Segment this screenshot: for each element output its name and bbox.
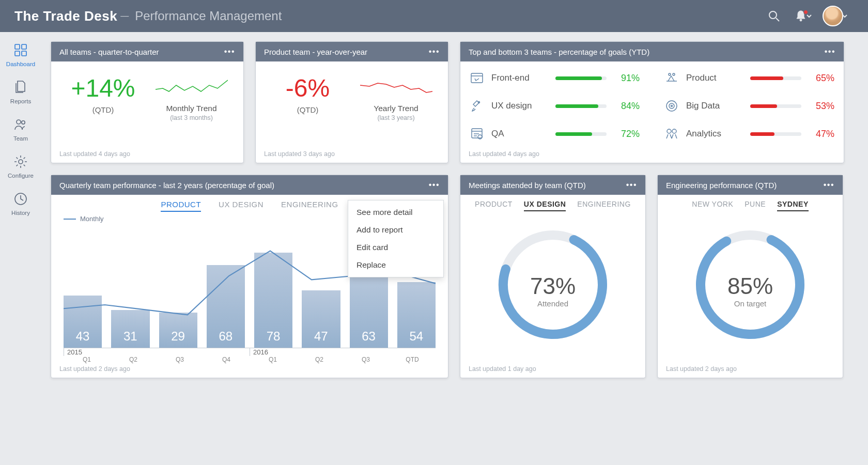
stat-value: +14% bbox=[63, 74, 144, 102]
card-more-icon[interactable]: ••• bbox=[825, 47, 835, 56]
card-product-team: Product team - year-over-year••• -6% (QT… bbox=[255, 41, 448, 163]
tab-product[interactable]: PRODUCT bbox=[161, 200, 201, 212]
spark-label: Monthly Trend bbox=[151, 104, 232, 113]
axis-tick: Q2 bbox=[296, 356, 343, 363]
axis-tick: QTD bbox=[389, 356, 436, 363]
donut-label: Attended bbox=[530, 299, 576, 308]
user-avatar[interactable] bbox=[823, 7, 848, 25]
svg-point-20 bbox=[673, 73, 675, 75]
team-pct: 47% bbox=[809, 129, 834, 140]
card-all-teams: All teams - quarter-to-quarter••• +14% (… bbox=[51, 41, 244, 163]
sparkline-icon bbox=[360, 74, 432, 100]
card-footer: Last updated 2 days ago bbox=[51, 365, 448, 378]
svg-point-9 bbox=[19, 160, 23, 164]
progress-track bbox=[555, 132, 607, 136]
tab-pune[interactable]: PUNE bbox=[745, 200, 766, 211]
progress-fill bbox=[555, 76, 602, 80]
nav-team[interactable]: Team bbox=[13, 117, 28, 142]
menu-item-see more detail[interactable]: See more detail bbox=[348, 204, 443, 221]
tab-sydney[interactable]: SYDNEY bbox=[777, 200, 809, 211]
nav-dashboard[interactable]: Dashboard bbox=[6, 42, 35, 67]
team-row: Front-end 91% bbox=[470, 71, 640, 85]
svg-line-1 bbox=[776, 18, 779, 21]
spark-label: Yearly Trend bbox=[355, 104, 437, 113]
card-title: Product team - year-over-year bbox=[264, 48, 367, 56]
nav-label: History bbox=[11, 210, 30, 216]
chart-bar: 78 bbox=[254, 253, 292, 348]
svg-point-19 bbox=[669, 73, 671, 75]
app-title: The Trade Desk bbox=[14, 8, 117, 24]
card-more-icon[interactable]: ••• bbox=[429, 47, 440, 56]
team-pct: 84% bbox=[614, 101, 640, 112]
svg-rect-3 bbox=[15, 44, 20, 49]
card-more-icon[interactable]: ••• bbox=[824, 180, 834, 190]
stat-subtitle: (QTD) bbox=[63, 105, 144, 114]
chart-bar: 29 bbox=[159, 313, 197, 348]
sparkline-icon bbox=[156, 74, 228, 100]
card-footer: Last updated 2 days ago bbox=[658, 365, 843, 378]
team-icon bbox=[664, 71, 679, 85]
team-name: Front-end bbox=[491, 73, 548, 83]
chart-bar: 68 bbox=[207, 265, 245, 348]
nav-label: Team bbox=[13, 135, 28, 142]
axis-year: 2015 bbox=[64, 348, 250, 356]
search-icon[interactable] bbox=[765, 7, 783, 25]
svg-rect-5 bbox=[15, 51, 20, 56]
legend-swatch bbox=[64, 219, 76, 220]
avatar-icon bbox=[823, 6, 843, 26]
nav-history[interactable]: History bbox=[11, 191, 30, 216]
svg-rect-6 bbox=[22, 51, 26, 56]
svg-point-21 bbox=[667, 101, 677, 111]
tab-engineering[interactable]: ENGINEERING bbox=[577, 200, 631, 211]
svg-point-25 bbox=[672, 129, 676, 133]
menu-item-edit card[interactable]: Edit card bbox=[348, 239, 443, 256]
chart-bar: 43 bbox=[64, 296, 102, 348]
svg-rect-14 bbox=[472, 129, 482, 138]
team-name: QA bbox=[491, 129, 548, 139]
progress-track bbox=[555, 76, 607, 80]
team-row: Big Data 53% bbox=[664, 99, 834, 113]
team-pct: 65% bbox=[809, 73, 834, 84]
card-quarterly: Quarterly team performance - last 2 year… bbox=[51, 175, 448, 378]
donut-value: 85% bbox=[727, 273, 773, 299]
axis-tick: Q3 bbox=[157, 356, 203, 363]
card-more-icon[interactable]: ••• bbox=[224, 47, 235, 56]
card-more-icon[interactable]: ••• bbox=[626, 180, 637, 190]
chart-bar: 47 bbox=[302, 290, 340, 348]
bell-icon[interactable] bbox=[794, 7, 812, 25]
progress-fill bbox=[750, 104, 777, 108]
team-row: UX design 84% bbox=[470, 99, 640, 113]
progress-track bbox=[555, 104, 607, 108]
svg-point-2 bbox=[800, 19, 802, 21]
stat-subtitle: (QTD) bbox=[267, 105, 348, 114]
card-more-icon[interactable]: ••• bbox=[429, 180, 440, 190]
nav-reports[interactable]: Reports bbox=[10, 80, 31, 104]
tab-product[interactable]: PRODUCT bbox=[475, 200, 513, 211]
nav-label: Dashboard bbox=[6, 61, 35, 67]
chart-bar: 54 bbox=[397, 282, 436, 348]
progress-fill bbox=[750, 76, 783, 80]
axis-tick: Q3 bbox=[343, 356, 389, 363]
menu-item-add to report[interactable]: Add to report bbox=[348, 221, 443, 239]
menu-item-replace[interactable]: Replace bbox=[348, 256, 443, 274]
card-title: Quarterly team performance - last 2 year… bbox=[59, 181, 274, 190]
team-row: Product 65% bbox=[664, 71, 834, 85]
tab-new york[interactable]: NEW YORK bbox=[692, 200, 733, 211]
nav-configure[interactable]: Configure bbox=[8, 154, 34, 179]
axis-tick: Q4 bbox=[203, 356, 250, 363]
tab-ux design[interactable]: UX DESIGN bbox=[219, 200, 264, 212]
svg-rect-11 bbox=[471, 73, 483, 83]
team-name: UX design bbox=[491, 101, 548, 111]
svg-point-13 bbox=[478, 102, 480, 103]
chart-bar: 63 bbox=[350, 271, 388, 348]
axis-tick: Q1 bbox=[64, 356, 110, 363]
tab-ux design[interactable]: UX DESIGN bbox=[524, 200, 566, 211]
team-pct: 53% bbox=[809, 101, 834, 112]
team-icon bbox=[470, 71, 484, 85]
tab-engineering[interactable]: ENGINEERING bbox=[281, 200, 338, 212]
team-name: Product bbox=[686, 73, 743, 83]
axis-tick: Q1 bbox=[250, 356, 296, 363]
notification-dot bbox=[803, 10, 808, 14]
progress-fill bbox=[555, 132, 592, 136]
card-footer: Last updated 4 days ago bbox=[51, 150, 243, 163]
